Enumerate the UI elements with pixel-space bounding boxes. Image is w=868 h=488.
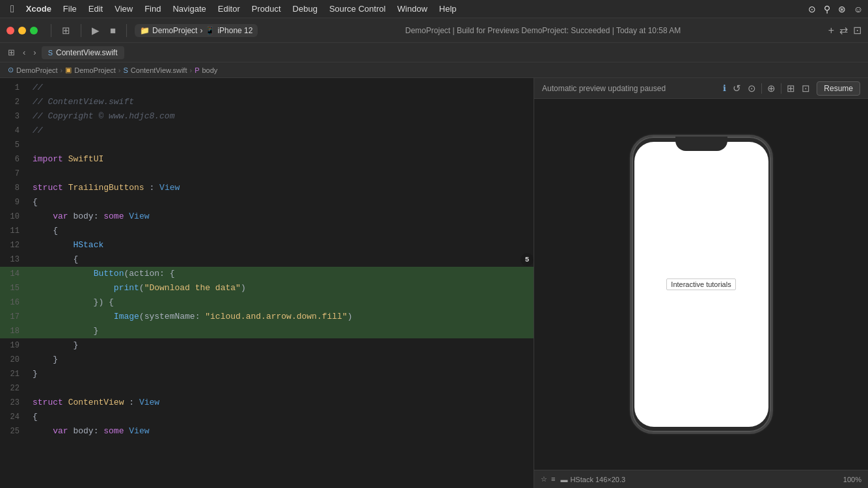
search-icon[interactable]: ⚲ (824, 4, 830, 14)
bc-sep-1: › (61, 66, 63, 74)
apple-menu[interactable]:  (5, 2, 20, 16)
add-button[interactable]: + (828, 25, 834, 36)
code-line-14: 14 Button(action: { (0, 267, 534, 281)
toolbar: ⊞ ▶ ■ 📁 DemoProject › 📱 iPhone 12 DemoPr… (0, 18, 868, 43)
code-line-7: 7 (0, 167, 534, 181)
star-icon[interactable]: ☆ (541, 475, 547, 483)
code-line-15: 15 print("Download the data") (0, 281, 534, 295)
code-line-10: 10 var body: some View (0, 210, 534, 224)
info-icon[interactable]: ℹ (723, 83, 726, 93)
code-line-25: 25 var body: some View (0, 424, 534, 439)
preview-zoom-icon[interactable]: ⊡ (800, 81, 811, 96)
code-line-5: 5 (0, 138, 534, 152)
toolbar-divider-1 (51, 24, 51, 37)
build-status: DemoProject | Build for Previews DemoPro… (263, 26, 822, 35)
help-menu[interactable]: Help (434, 3, 462, 15)
code-line-9: 9 { (0, 195, 534, 210)
preview-toolbar-sep (761, 83, 762, 94)
preview-toolbar-sep-2 (781, 83, 781, 94)
preview-header: Automatic preview updating paused ℹ ↺ ⊙ … (534, 78, 868, 99)
stop-button[interactable]: ■ (107, 23, 118, 37)
scheme-selector[interactable]: 📁 DemoProject › 📱 iPhone 12 (135, 24, 258, 37)
code-line-12: 12 HStack (0, 238, 534, 252)
source-control-menu[interactable]: Source Control (324, 3, 391, 15)
view-menu[interactable]: View (109, 3, 138, 15)
code-line-17: 17 Image(systemName: "icloud.and.arrow.d… (0, 310, 534, 324)
fullscreen-button[interactable] (30, 27, 38, 34)
code-line-11: 11 { (0, 224, 534, 238)
bc-group[interactable]: ▣ DemoProject (65, 66, 116, 74)
tab-label: ContentView.swift (56, 48, 118, 57)
back-forward-button[interactable]: ⇄ (839, 24, 848, 36)
code-editor[interactable]: 1 // 2 // ContentView.swift 3 // Copyrig… (0, 78, 534, 488)
bc-file-icon: S (124, 66, 128, 74)
editor-menu[interactable]: Editor (213, 3, 245, 15)
bc-file[interactable]: S ContentView.swift (124, 66, 187, 74)
preview-pin-icon[interactable]: ⊞ (785, 81, 796, 96)
edit-menu[interactable]: Edit (83, 3, 108, 15)
preview-content: Interactive tutorials (534, 99, 868, 470)
code-line-13: 13 { 5 (0, 252, 534, 267)
stack-info-text: HStack 146×20.3 (570, 476, 625, 483)
minimize-button[interactable] (18, 27, 26, 34)
resume-button[interactable]: Resume (817, 81, 860, 96)
scheme-icon: 📁 (140, 26, 150, 35)
preview-inspect-icon[interactable]: ⊙ (746, 81, 757, 96)
main-area: 1 // 2 // ContentView.swift 3 // Copyrig… (0, 78, 868, 488)
debug-menu[interactable]: Debug (288, 3, 323, 15)
code-line-2: 2 // ContentView.swift (0, 95, 534, 109)
close-button[interactable] (7, 27, 14, 34)
bc-folder-icon: ▣ (65, 66, 72, 74)
play-button[interactable]: ▶ (89, 23, 102, 38)
tab-grid-icon[interactable]: ⊞ (5, 46, 18, 59)
hstack-icon: ▬ (560, 476, 567, 483)
tab-bar: ⊞ ‹ › S ContentView.swift (0, 43, 868, 62)
code-line-18: 18 } (0, 324, 534, 338)
chevron-right-icon: › (200, 26, 202, 35)
xcode-menu[interactable]: Xcode (21, 3, 57, 15)
bc-project[interactable]: ⊙ DemoProject (8, 66, 58, 74)
code-line-6: 6 import SwiftUI (0, 152, 534, 167)
product-menu[interactable]: Product (247, 3, 286, 15)
control-center-icon[interactable]: ⊛ (838, 4, 846, 14)
tab-back-button[interactable]: ‹ (20, 46, 28, 59)
sidebar-toggle-button[interactable]: ⊞ (59, 23, 73, 38)
menu-status-icons: ⊙ ⚲ ⊛ ☺ (808, 4, 863, 14)
preview-status-text: Automatic preview updating paused (542, 84, 718, 93)
tab-forward-button[interactable]: › (31, 46, 38, 59)
preview-icon[interactable]: ⊕ (766, 81, 777, 96)
zoom-level: 100% (843, 476, 861, 483)
user-icon[interactable]: ☺ (854, 4, 863, 14)
code-line-24: 24 { (0, 410, 534, 424)
code-line-23: 23 struct ContentView : View (0, 396, 534, 410)
change-badge: 5 (521, 253, 534, 266)
code-line-8: 8 struct TrailingButtons : View (0, 181, 534, 195)
bc-symbol[interactable]: P body (195, 66, 217, 74)
preview-rotate-icon[interactable]: ↺ (731, 81, 742, 96)
preview-footer: ☆ ≡ ▬ HStack 146×20.3 100% (534, 470, 868, 488)
list-icon[interactable]: ≡ (551, 475, 555, 483)
preview-toolbar: ↺ ⊙ ⊕ ⊞ ⊡ (731, 81, 811, 96)
menu-bar:  Xcode File Edit View Find Navigate Edi… (0, 0, 868, 18)
window-menu[interactable]: Window (392, 3, 433, 15)
code-content-area: 1 // 2 // ContentView.swift 3 // Copyrig… (0, 78, 534, 488)
navigate-menu[interactable]: Navigate (167, 3, 211, 15)
panel-toggle-button[interactable]: ⊡ (853, 24, 861, 36)
code-line-1: 1 // (0, 81, 534, 95)
code-line-4: 4 // (0, 124, 534, 138)
breadcrumb: ⊙ DemoProject › ▣ DemoProject › S Conten… (0, 62, 868, 78)
iphone-mockup: Interactive tutorials (630, 135, 773, 434)
content-view-tab[interactable]: S ContentView.swift (42, 46, 124, 59)
traffic-lights (7, 27, 38, 34)
code-line-20: 20 } (0, 353, 534, 367)
toolbar-divider-2 (81, 24, 81, 37)
preview-panel: Automatic preview updating paused ℹ ↺ ⊙ … (534, 78, 868, 488)
code-line-3: 3 // Copyright © www.hdjc8.com (0, 109, 534, 124)
file-menu[interactable]: File (58, 3, 82, 15)
bc-sep-3: › (189, 66, 192, 74)
bc-symbol-icon: P (195, 66, 199, 74)
bc-sep-2: › (118, 66, 121, 74)
toolbar-divider-3 (126, 24, 127, 37)
bc-project-icon: ⊙ (8, 66, 14, 74)
find-menu[interactable]: Find (139, 3, 166, 15)
